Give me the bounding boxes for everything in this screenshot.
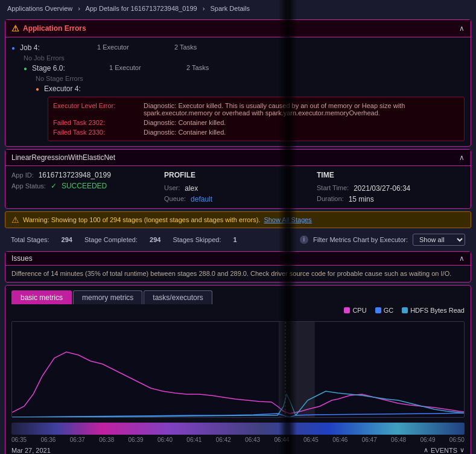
events-button[interactable]: ∧ EVENTS ∨ (424, 446, 465, 454)
warning-bar: ⚠ Warning: Showing top 100 of 294 stages… (5, 211, 471, 228)
failed-task-row-1: Failed Task 2302: Diagnostic: Container … (53, 118, 459, 127)
status-check-icon: ✓ (51, 182, 57, 190)
stage-executor: 1 Executor (109, 64, 182, 71)
user-row: User: alex (164, 184, 312, 193)
legend-cpu-dot (344, 307, 350, 313)
start-time-row: Start Time: 2021/03/27-06:34 (317, 184, 465, 193)
metrics-section: basic metrics memory metrics tasks/execu… (5, 285, 471, 454)
time-label-1: 06:36 (40, 436, 56, 443)
issues-section: Issues ∧ Difference of 14 minutes (35% o… (5, 251, 471, 283)
events-chevron-down: ∨ (460, 446, 465, 454)
chart-area (5, 316, 471, 423)
duration-label: Duration: (317, 195, 344, 203)
time-label-2: 06:37 (70, 436, 85, 443)
stage-tasks: 2 Tasks (186, 64, 235, 71)
issues-title: Issues (11, 254, 33, 263)
stage-completed-label: Stage Completed: (84, 236, 138, 243)
time-label-8: 06:43 (245, 436, 260, 443)
issues-collapse-chevron[interactable]: ∧ (459, 254, 465, 263)
queue-label: Queue: (164, 195, 186, 203)
time-label-13: 06:48 (391, 436, 406, 443)
time-block: TIME Start Time: 2021/03/27-06:34 Durati… (317, 171, 465, 203)
failed-task-2-msg: Diagnostic: Container killed. (144, 129, 459, 136)
timeline-gradient (11, 423, 465, 435)
time-label-12: 06:47 (362, 436, 377, 443)
failed-task-1-label: Failed Task 2302: (53, 119, 138, 126)
stages-skipped-value: 1 (233, 236, 237, 243)
executor-error-type: Executor Level Error: (53, 102, 138, 117)
events-label: EVENTS (431, 447, 457, 454)
time-label-7: 06:42 (216, 436, 231, 443)
profile-header: PROFILE (164, 171, 312, 179)
legend-gc: GC (375, 307, 394, 314)
tab-tasks-executors[interactable]: tasks/executors (144, 290, 212, 304)
chart-legend: CPU GC HDFS Bytes Read (5, 304, 471, 316)
legend-hdfs: HDFS Bytes Read (402, 307, 465, 314)
time-label-4: 06:39 (129, 436, 144, 443)
executor-label: Executor 4: (44, 85, 116, 93)
chart-container (11, 321, 465, 418)
app-name: LinearRegressionWithElasticNet (11, 153, 115, 162)
executor-error-msg: Diagnostic: Executor killed. This is usu… (144, 102, 459, 117)
time-label-3: 06:38 (99, 436, 114, 443)
start-time-label: Start Time: (317, 184, 349, 193)
executor-error-row-1: Executor Level Error: Diagnostic: Execut… (53, 101, 459, 118)
date-events-row: Mar 27, 2021 ∧ EVENTS ∨ (5, 445, 471, 454)
app-id-block: App ID: 1616713723948_0199 App Status: ✓… (11, 171, 159, 203)
tab-memory-metrics[interactable]: memory metrics (73, 290, 142, 304)
breadcrumb-sep-2: › (203, 5, 205, 12)
stats-bar: Total Stages: 294 Stage Completed: 294 S… (5, 231, 471, 249)
executor-icon: ● (36, 86, 39, 92)
time-label-11: 06:46 (332, 436, 347, 443)
events-chevron-up: ∧ (424, 446, 428, 454)
job-tasks: 2 Tasks (174, 43, 223, 51)
warning-bar-icon: ⚠ (11, 215, 19, 225)
app-id-value: 1616713723948_0199 (39, 171, 111, 179)
legend-cpu: CPU (344, 307, 366, 314)
legend-hdfs-dot (402, 307, 408, 313)
time-label-6: 06:41 (186, 436, 202, 443)
failed-task-2-label: Failed Task 2330: (53, 129, 138, 136)
total-stages-label: Total Stages: (11, 236, 49, 243)
executor-filter-select[interactable]: Show all Executor 1 Executor 2 Executor … (413, 234, 465, 246)
warning-text: Warning: Showing top 100 of 294 stages (… (23, 216, 260, 223)
breadcrumb: Applications Overview › App Details for … (0, 0, 476, 17)
user-value: alex (185, 184, 198, 193)
app-info-header: LinearRegressionWithElasticNet ∧ (5, 150, 471, 166)
errors-title-label: Application Errors (23, 24, 86, 33)
queue-value[interactable]: default (191, 195, 212, 203)
stage-completed-value: 294 (150, 236, 160, 243)
job-label: Job 4: (20, 43, 92, 52)
app-info-section: LinearRegressionWithElasticNet ∧ App ID:… (5, 149, 471, 209)
time-label-14: 06:49 (420, 436, 435, 443)
breadcrumb-item-1[interactable]: Applications Overview (7, 5, 72, 12)
errors-collapse-chevron[interactable]: ∧ (459, 24, 465, 33)
legend-gc-label: GC (384, 307, 394, 314)
errors-body: ● Job 4: 1 Executor 2 Tasks No Job Error… (5, 37, 471, 146)
show-all-link[interactable]: Show All Stages (264, 216, 312, 223)
timeline-bar[interactable] (11, 423, 465, 435)
user-label: User: (164, 184, 180, 193)
app-status-row: App Status: ✓ SUCCEEDED (11, 182, 159, 190)
time-label-10: 06:45 (303, 436, 319, 443)
chart-date-label: Mar 27, 2021 (11, 447, 51, 454)
executor-row: ● Executor 4: (36, 83, 465, 94)
tab-basic-metrics[interactable]: basic metrics (11, 290, 72, 304)
time-label-15: 06:50 (449, 436, 465, 443)
filter-info-icon[interactable]: i (300, 235, 308, 244)
app-info-collapse-chevron[interactable]: ∧ (459, 153, 465, 162)
filter-label: Filter Metrics Chart by Executor: (313, 236, 408, 243)
breadcrumb-item-3: Spark Details (211, 5, 250, 12)
issues-body: Difference of 14 minutes (35% of total r… (5, 266, 471, 282)
stage-icon: ● (24, 65, 27, 72)
no-job-errors: No Job Errors (24, 53, 465, 63)
executor-error-box: Executor Level Error: Diagnostic: Execut… (48, 97, 465, 141)
failed-task-1-msg: Diagnostic: Container killed. (144, 119, 459, 126)
breadcrumb-item-2[interactable]: App Details for 1616713723948_0199 (85, 5, 197, 12)
time-label-5: 06:40 (157, 436, 173, 443)
duration-row: Duration: 15 mins (317, 195, 465, 203)
failed-task-row-2: Failed Task 2330: Diagnostic: Container … (53, 127, 459, 137)
issues-text: Difference of 14 minutes (35% of total r… (11, 270, 451, 277)
stages-skipped-label: Stages Skipped: (173, 236, 221, 243)
time-label-9: 06:44 (274, 436, 290, 443)
